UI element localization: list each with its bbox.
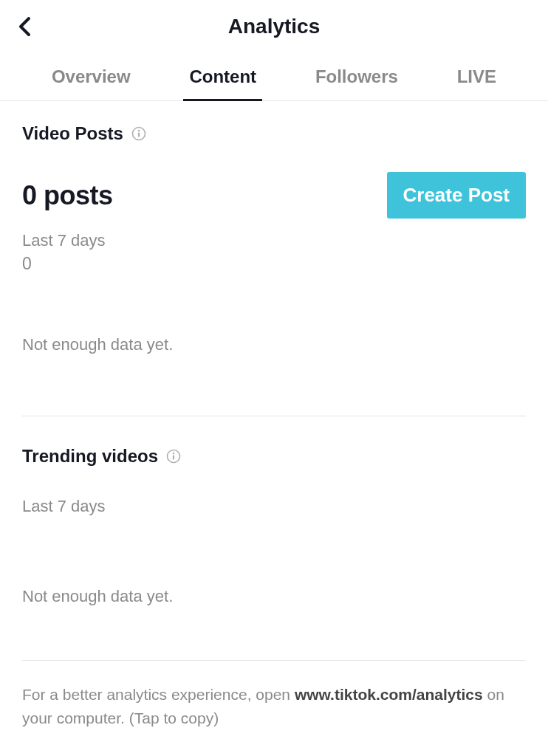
trending-title: Trending videos	[22, 446, 158, 467]
posts-count: 0 posts	[22, 180, 113, 211]
footer-url: www.tiktok.com/analytics	[295, 686, 483, 703]
video-posts-no-data: Not enough data yet.	[22, 333, 526, 357]
footer-note[interactable]: For a better analytics experience, open …	[22, 661, 526, 731]
svg-point-1	[138, 130, 140, 132]
tab-followers[interactable]: Followers	[309, 53, 404, 101]
page-title: Analytics	[228, 15, 321, 38]
footer-prefix: For a better analytics experience, open	[22, 686, 295, 703]
tab-overview[interactable]: Overview	[46, 53, 137, 101]
header: Analytics	[0, 0, 548, 53]
posts-summary-row: 0 posts Create Post	[22, 172, 526, 219]
tabs-bar: Overview Content Followers LIVE	[0, 53, 548, 101]
trending-range: Last 7 days	[22, 495, 526, 518]
video-posts-title: Video Posts	[22, 123, 123, 144]
back-icon[interactable]	[15, 16, 37, 38]
video-posts-range-count: 0	[22, 254, 526, 274]
svg-rect-2	[138, 133, 140, 137]
video-posts-section: Video Posts 0 posts Create Post Last 7 d…	[22, 123, 526, 416]
tab-live[interactable]: LIVE	[451, 53, 502, 101]
video-posts-range: Last 7 days	[22, 229, 526, 252]
create-post-button[interactable]: Create Post	[387, 172, 527, 219]
trending-no-data: Not enough data yet.	[22, 585, 526, 608]
svg-point-4	[173, 452, 175, 454]
video-posts-title-row: Video Posts	[22, 123, 526, 144]
main-content: Video Posts 0 posts Create Post Last 7 d…	[0, 101, 548, 731]
footer-text: For a better analytics experience, open …	[22, 683, 526, 731]
trending-videos-section: Trending videos Last 7 days Not enough d…	[22, 416, 526, 661]
svg-rect-5	[173, 455, 174, 459]
info-icon[interactable]	[131, 126, 147, 142]
trending-title-row: Trending videos	[22, 446, 526, 467]
info-icon[interactable]	[165, 448, 182, 464]
tab-content[interactable]: Content	[183, 53, 262, 101]
